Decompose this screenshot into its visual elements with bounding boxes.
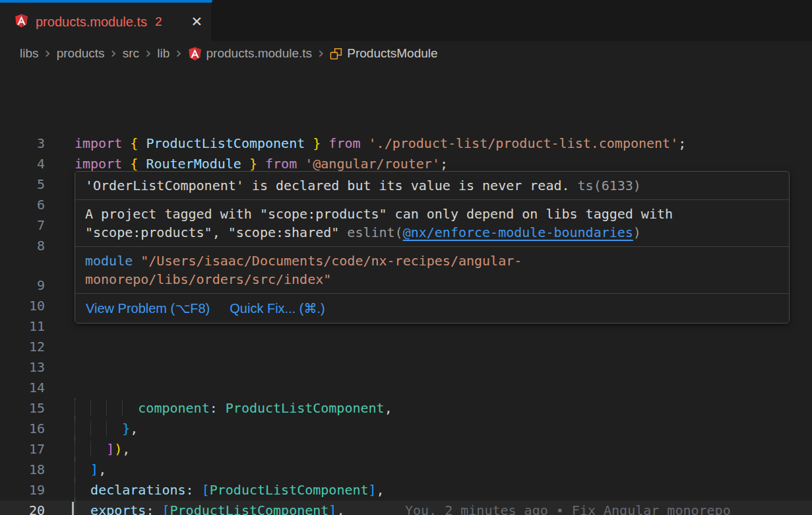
breadcrumb-item-lib[interactable]: lib (157, 46, 170, 61)
token: , (377, 482, 385, 498)
line-number: 18 (0, 460, 45, 480)
token: ] (369, 482, 377, 498)
token: './product-list/product-list.component' (369, 135, 679, 151)
vscode-window: products.module.ts 2 ✕ libs›products›src… (0, 0, 812, 515)
token: import (75, 135, 122, 151)
code-line-text: exports: [ProductListComponent], (75, 500, 344, 515)
token (297, 156, 305, 172)
hover-text: A project tagged with "scope:products" c… (85, 206, 673, 222)
token (257, 156, 265, 172)
breadcrumb-item-products[interactable]: products (57, 46, 105, 61)
token (75, 502, 90, 515)
hover-text-row: module "/Users/isaac/Documents/code/nx-r… (85, 252, 779, 270)
token (321, 135, 328, 151)
hover-text-row: monorepo/libs/orders/src/index" (85, 270, 779, 289)
line-number: 7 (0, 215, 45, 236)
git-blame-annotation: You, 2 minutes ago • Fix Angular monorep… (405, 500, 731, 515)
breadcrumb-label: lib (157, 46, 170, 61)
line-number: 6 (0, 195, 45, 215)
token: RouterModule (146, 156, 241, 172)
token: } (122, 421, 130, 436)
token (122, 135, 130, 151)
hover-text: ) (633, 224, 641, 240)
breadcrumb-item-products-module-ts[interactable]: products.module.ts (188, 46, 313, 61)
tab-title: products.module.ts (36, 15, 147, 30)
token: from (328, 135, 360, 151)
token: : (210, 400, 218, 416)
line-number: 19 (0, 480, 45, 500)
code-span: }, (75, 421, 138, 436)
hover-text: 'OrderListComponent' is declared but its… (85, 178, 570, 193)
line-number: 20 (0, 500, 45, 515)
token (75, 441, 106, 457)
line-number: 5 (0, 174, 45, 195)
code-span: import { ProductListComponent } from './… (75, 135, 686, 151)
code-line-13[interactable]: 13 (0, 357, 812, 378)
editor[interactable]: 3import { ProductListComponent } from '.… (0, 66, 812, 515)
line-number: 12 (0, 337, 45, 357)
token: component (138, 400, 209, 416)
hover-text: module (85, 253, 133, 269)
line-number: 11 (0, 316, 45, 337)
code-line-19[interactable]: 19 declarations: [ProductListComponent], (0, 480, 812, 500)
code-line-17[interactable]: 17 ]), (0, 439, 812, 460)
code-line-16[interactable]: 16 }, (0, 419, 812, 439)
quick-fix-action[interactable]: Quick Fix... (⌘.) (230, 300, 325, 316)
token (241, 156, 249, 172)
token (218, 400, 226, 416)
code-line-text: ], (75, 460, 106, 480)
token: } (313, 135, 321, 151)
breadcrumb-label: products.module.ts (206, 46, 313, 61)
code-line-3[interactable]: 3import { ProductListComponent } from '.… (0, 133, 812, 154)
token: import (75, 156, 122, 172)
tab-products-module[interactable]: products.module.ts 2 ✕ (0, 0, 212, 41)
line-number: 14 (0, 378, 45, 398)
breadcrumb-item-libs[interactable]: libs (20, 46, 39, 61)
code-span: component: ProductListComponent, (75, 400, 392, 416)
token (138, 156, 146, 172)
token: , (336, 502, 344, 515)
code-line-20[interactable]: 20 exports: [ProductListComponent],You, … (0, 500, 812, 515)
token: , (130, 421, 138, 436)
hover-text-row: "scope:products", "scope:shared" eslint(… (85, 223, 779, 242)
token: , (98, 462, 106, 477)
hover-actions: View Problem (⌥F8)Quick Fix... (⌘.) (75, 293, 789, 323)
breadcrumb-item-productsmodule[interactable]: ProductsModule (330, 46, 437, 61)
breadcrumb-label: ProductsModule (347, 46, 437, 61)
breadcrumb-separator: › (170, 44, 187, 63)
hover-text-row: A project tagged with "scope:products" c… (85, 205, 779, 223)
token (305, 135, 313, 151)
code-span: exports: [ProductListComponent], (75, 502, 344, 515)
code-line-text: ]), (75, 439, 130, 460)
line-number: 3 (0, 133, 45, 154)
token: , (385, 400, 392, 416)
breadcrumb-label: libs (20, 46, 39, 61)
line-number: 16 (0, 419, 45, 439)
code-span: import { RouterModule } from '@angular/r… (75, 156, 448, 172)
token: { (130, 156, 138, 172)
tab-close-icon[interactable]: ✕ (191, 14, 203, 30)
code-line-18[interactable]: 18 ], (0, 460, 812, 480)
hover-popup: 'OrderListComponent' is declared but its… (75, 171, 790, 324)
token (138, 135, 146, 151)
token (122, 156, 130, 172)
hover-text: eslint( (339, 224, 402, 240)
token: ; (678, 135, 686, 151)
view-problem-action[interactable]: View Problem (⌥F8) (86, 300, 210, 316)
breadcrumb-item-src[interactable]: src (123, 46, 139, 61)
hover-sections: 'OrderListComponent' is declared but its… (75, 172, 789, 293)
breadcrumb-separator: › (39, 44, 57, 63)
token: ] (90, 462, 98, 477)
hover-eslint-message: A project tagged with "scope:products" c… (75, 199, 789, 246)
hover-ts-message: 'OrderListComponent' is declared but its… (75, 172, 789, 199)
line-number: 10 (0, 296, 45, 316)
code-line-12[interactable]: 12 (0, 337, 812, 357)
breadcrumb-separator: › (105, 44, 123, 63)
line-number: 13 (0, 357, 45, 378)
token: declarations: (90, 482, 194, 498)
code-line-15[interactable]: 15 component: ProductListComponent, (0, 398, 812, 419)
token: '@angular/router' (305, 156, 440, 172)
eslint-rule-link[interactable]: @nx/enforce-module-boundaries (403, 224, 633, 240)
hover-text: "scope:products", "scope:shared" (85, 224, 339, 240)
code-line-14[interactable]: 14 (0, 378, 812, 398)
